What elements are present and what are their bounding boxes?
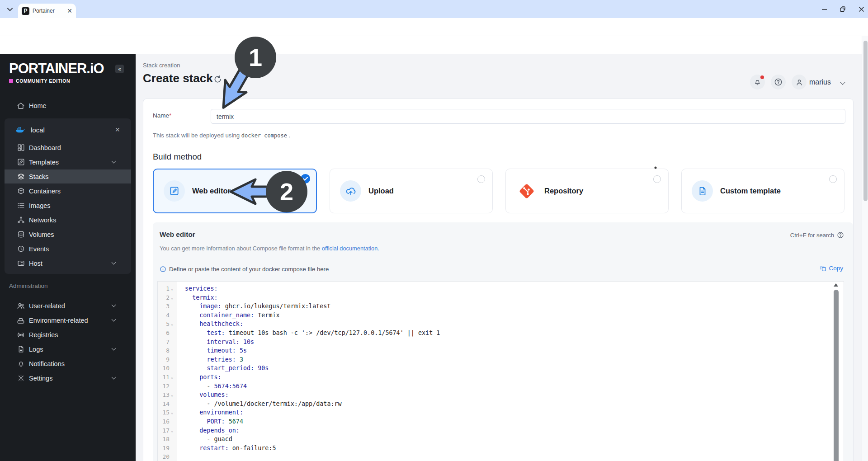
- chevron-down-icon: [112, 159, 116, 164]
- code-line: 3 image: ghcr.io/lukegus/termix:latest: [158, 302, 844, 311]
- code-text: test: timeout 10s bash -c ':> /dev/tcp/1…: [185, 329, 440, 338]
- sidebar-item-environment-related[interactable]: Environment-related: [0, 313, 136, 327]
- page-scrollbar-thumb[interactable]: [863, 41, 868, 201]
- window-restore-icon[interactable]: [840, 6, 846, 12]
- code-text: volumes:: [185, 390, 229, 400]
- users-icon: [16, 301, 25, 310]
- card-repository[interactable]: Repository: [505, 169, 669, 213]
- card-upload[interactable]: Upload: [330, 169, 493, 213]
- sidebar-item-volumes[interactable]: Volumes: [5, 227, 131, 241]
- environments-icon: [16, 316, 25, 325]
- line-number: 5: [158, 320, 170, 329]
- line-number: 9: [158, 355, 170, 364]
- code-text: restart: on-failure:5: [185, 444, 276, 453]
- official-documentation-link[interactable]: official documentation.: [322, 245, 379, 252]
- code-line: 1˅services:: [158, 284, 844, 293]
- registries-icon: [16, 330, 25, 339]
- user-avatar-button[interactable]: [792, 75, 807, 89]
- tab-close-icon[interactable]: ✕: [67, 8, 72, 14]
- line-number: 12: [158, 382, 170, 391]
- code-text: timeout: 5s: [185, 346, 247, 355]
- sidebar-item-logs[interactable]: Logs: [0, 342, 136, 356]
- sidebar-item-host[interactable]: Host: [5, 256, 131, 270]
- line-number: 1: [158, 284, 170, 293]
- editor-scrollbar[interactable]: [834, 290, 839, 461]
- code-line: 12 - 5674:5674: [158, 382, 844, 391]
- code-text: healthcheck:: [185, 320, 243, 329]
- code-line: 9 retries: 3: [158, 355, 844, 364]
- home-icon: [16, 101, 25, 110]
- sidebar-item-settings[interactable]: Settings: [0, 371, 136, 385]
- sidebar-item-images[interactable]: Images: [5, 198, 131, 212]
- code-line: 16 PORT: 5674: [158, 417, 844, 426]
- radio-icon[interactable]: [477, 175, 485, 183]
- line-number: 13: [158, 390, 170, 400]
- radio-icon[interactable]: [653, 175, 661, 183]
- window-close-icon[interactable]: [859, 6, 864, 12]
- code-line: 11˅ ports:: [158, 373, 844, 382]
- sidebar-environment-local[interactable]: local ✕: [5, 122, 131, 137]
- notifications-button[interactable]: [750, 75, 765, 89]
- portainer-favicon-icon: P: [22, 7, 29, 15]
- editor-scrollbar-up-icon[interactable]: [834, 283, 838, 287]
- sidebar-item-registries[interactable]: Registries: [0, 328, 136, 342]
- copy-button[interactable]: Copy: [820, 265, 843, 272]
- copy-icon: [820, 265, 826, 272]
- events-icon: [16, 245, 25, 254]
- stack-name-input[interactable]: [211, 109, 845, 124]
- card-custom-template[interactable]: Custom template: [681, 169, 844, 213]
- line-number: 15: [158, 408, 170, 417]
- sidebar-item-templates[interactable]: Templates: [5, 155, 131, 169]
- radio-icon[interactable]: [829, 175, 837, 183]
- required-asterisk: *: [169, 112, 171, 119]
- card-web-editor[interactable]: Web editor: [153, 169, 317, 213]
- line-number: 17: [158, 426, 170, 435]
- help-button[interactable]: [771, 75, 786, 89]
- sidebar-item-home[interactable]: Home: [0, 99, 136, 113]
- compose-code-editor[interactable]: 1˅services:2˅ termix:3 image: ghcr.io/lu…: [157, 281, 844, 461]
- volumes-icon: [16, 230, 25, 239]
- info-icon: [160, 266, 166, 273]
- code-text: depends_on:: [185, 426, 240, 435]
- line-number: 10: [158, 364, 170, 373]
- user-menu-chevron-icon[interactable]: [840, 80, 845, 85]
- refresh-icon[interactable]: [213, 75, 222, 84]
- environment-name: local: [31, 126, 45, 134]
- administration-section-label: Administration: [9, 282, 48, 289]
- sidebar-item-notifications[interactable]: Notifications: [0, 357, 136, 371]
- sidebar-item-stacks[interactable]: Stacks: [5, 169, 131, 183]
- code-text: interval: 10s: [185, 338, 254, 347]
- portainer-logo: PORTAINER.iO: [9, 61, 104, 77]
- sidebar-item-containers[interactable]: Containers: [5, 184, 131, 198]
- chevron-down-icon: [112, 375, 116, 380]
- define-hint: Define or paste the content of your dock…: [160, 266, 329, 273]
- code-line: 2˅ termix:: [158, 293, 844, 302]
- help-circle-icon[interactable]: [837, 231, 844, 239]
- sidebar-item-networks[interactable]: Networks: [5, 213, 131, 227]
- window-minimize-icon[interactable]: [821, 6, 827, 12]
- browser-tab[interactable]: P Portainer ✕: [18, 4, 76, 18]
- tab-search-button[interactable]: [5, 4, 15, 15]
- host-icon: [16, 259, 25, 268]
- sidebar-item-events[interactable]: Events: [5, 242, 131, 256]
- code-line: 15˅ environment:: [158, 408, 844, 417]
- sidebar-collapse-button[interactable]: «: [115, 65, 124, 73]
- main-content: Stack creation Create stack marius Name*…: [136, 54, 868, 461]
- notification-dot: [760, 75, 764, 79]
- page-scrollbar[interactable]: [862, 36, 868, 461]
- code-text: - /volume1/docker/termix:/app/data:rw: [185, 400, 342, 409]
- docker-whale-icon: [15, 126, 25, 134]
- dashboard-icon: [16, 143, 25, 152]
- custom-template-icon: [692, 180, 713, 202]
- browser-toolbar: Not secure 192.168.1.18:9000/#!/2/docker…: [0, 18, 868, 36]
- sidebar-item-dashboard[interactable]: Dashboard: [5, 141, 131, 155]
- gear-icon: [16, 374, 25, 383]
- code-text: retries: 3: [185, 355, 243, 364]
- username[interactable]: marius: [809, 78, 831, 86]
- line-number: 19: [158, 444, 170, 453]
- environment-close-icon[interactable]: ✕: [115, 126, 120, 133]
- chevron-down-icon: [112, 346, 116, 351]
- breadcrumb: Stack creation: [143, 62, 180, 69]
- sidebar-item-user-related[interactable]: User-related: [0, 299, 136, 313]
- code-area[interactable]: 1˅services:2˅ termix:3 image: ghcr.io/lu…: [158, 284, 844, 461]
